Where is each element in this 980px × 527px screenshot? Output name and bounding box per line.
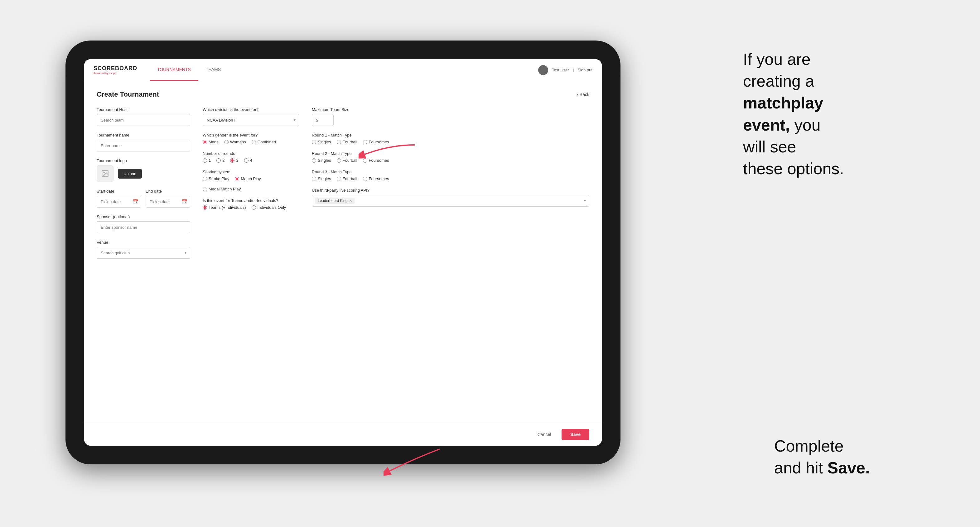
venue-label: Venue <box>97 240 190 244</box>
tablet-frame: SCOREBOARD Powered by clippt TOURNAMENTS… <box>65 41 620 464</box>
gender-mens-radio[interactable] <box>203 140 207 144</box>
scoring-stroke[interactable]: Stroke Play <box>203 176 229 181</box>
tournament-name-group: Tournament name <box>97 133 190 151</box>
scoring-medal[interactable]: Medal Match Play <box>203 187 241 191</box>
form-footer: Cancel Save <box>84 423 602 446</box>
sponsor-group: Sponsor (optional) <box>97 214 190 233</box>
svg-point-1 <box>103 172 105 173</box>
tab-teams[interactable]: TEAMS <box>198 59 228 81</box>
scoring-match-label: Match Play <box>241 176 261 181</box>
teams-radio[interactable] <box>203 205 207 210</box>
round2-fourball-radio[interactable] <box>337 158 341 163</box>
sign-out-link[interactable]: Sign out <box>578 68 592 72</box>
round3-fourball-label: Fourball <box>343 176 357 181</box>
tag-text: Leaderboard King <box>318 198 347 203</box>
dates-group: Start date 📅 End date <box>97 189 190 208</box>
max-team-size-group: Maximum Team Size <box>312 107 589 126</box>
max-team-size-input[interactable] <box>312 114 334 126</box>
tab-tournaments[interactable]: TOURNAMENTS <box>150 59 198 81</box>
leaderboard-king-tag: Leaderboard King ✕ <box>315 198 355 204</box>
cancel-button[interactable]: Cancel <box>531 429 557 440</box>
annotation-bottom-bold: Save. <box>827 459 870 477</box>
calendar-icon-end: 📅 <box>182 199 187 204</box>
gender-womens-radio[interactable] <box>224 140 229 144</box>
host-input[interactable] <box>97 114 190 126</box>
round2-match-type-label: Round 2 - Match Type <box>312 151 589 156</box>
round-3[interactable]: 3 <box>230 158 238 163</box>
division-select[interactable]: NCAA Division I NCAA Division II NCAA Di… <box>203 114 299 126</box>
individuals-radio[interactable] <box>251 205 256 210</box>
gender-combined-radio[interactable] <box>251 140 256 144</box>
round2-fourball[interactable]: Fourball <box>337 158 357 163</box>
scoring-match-radio[interactable] <box>235 177 239 181</box>
third-party-label: Use third-party live scoring API? <box>312 188 589 193</box>
scoring-radio-group: Stroke Play Match Play Medal Match Play <box>203 176 299 191</box>
logo-sub: Powered by clippt <box>94 72 137 75</box>
gender-mens[interactable]: Mens <box>203 140 219 144</box>
round3-foursomes-radio[interactable] <box>363 177 367 181</box>
round-1[interactable]: 1 <box>203 158 211 163</box>
round1-fourball-radio[interactable] <box>337 140 341 144</box>
rounds-label: Number of rounds <box>203 151 299 156</box>
save-button[interactable]: Save <box>562 429 589 440</box>
scoring-match[interactable]: Match Play <box>235 176 261 181</box>
round3-match-type-label: Round 3 - Match Type <box>312 170 589 174</box>
round3-fourball[interactable]: Fourball <box>337 176 357 181</box>
round-4-radio[interactable] <box>244 158 248 163</box>
round-3-radio[interactable] <box>230 158 234 163</box>
scoring-stroke-label: Stroke Play <box>208 176 229 181</box>
round3-fourball-radio[interactable] <box>337 177 341 181</box>
round1-singles-label: Singles <box>318 140 331 144</box>
teams-group: Is this event for Teams and/or Individua… <box>203 198 299 210</box>
individuals-option[interactable]: Individuals Only <box>251 205 286 210</box>
venue-input[interactable] <box>97 247 190 259</box>
third-party-group: Use third-party live scoring API? Leader… <box>312 188 589 206</box>
round1-fourball[interactable]: Fourball <box>337 140 357 144</box>
round2-singles[interactable]: Singles <box>312 158 331 163</box>
name-input[interactable] <box>97 140 190 151</box>
back-link[interactable]: ‹ Back <box>577 92 589 97</box>
gender-group: Which gender is the event for? Mens Wome… <box>203 133 299 144</box>
third-party-select[interactable]: Leaderboard King ✕ ▾ <box>312 195 589 206</box>
scoring-medal-radio[interactable] <box>203 187 207 191</box>
division-group: Which division is the event for? NCAA Di… <box>203 107 299 126</box>
tag-close-icon[interactable]: ✕ <box>349 199 352 203</box>
page-content: Create Tournament ‹ Back Tournament Host… <box>84 81 602 423</box>
name-label: Tournament name <box>97 133 190 137</box>
right-annotation: If you are creating a matchplayevent, yo… <box>743 48 961 179</box>
logo-placeholder <box>97 165 113 182</box>
round1-singles[interactable]: Singles <box>312 140 331 144</box>
gender-combined[interactable]: Combined <box>251 140 276 144</box>
teams-option[interactable]: Teams (+Individuals) <box>203 205 246 210</box>
host-label: Tournament Host <box>97 107 190 112</box>
round3-singles-radio[interactable] <box>312 177 316 181</box>
round-1-label: 1 <box>208 158 211 163</box>
end-date-group: End date 📅 <box>146 189 190 208</box>
division-label: Which division is the event for? <box>203 107 299 112</box>
round1-match-type-group: Round 1 - Match Type Singles Fourball <box>312 133 589 144</box>
end-date-wrapper: 📅 <box>146 196 190 208</box>
sponsor-input[interactable] <box>97 221 190 233</box>
calendar-icon: 📅 <box>133 199 138 204</box>
venue-group: Venue <box>97 240 190 259</box>
scoring-stroke-radio[interactable] <box>203 177 207 181</box>
round2-singles-radio[interactable] <box>312 158 316 163</box>
scoring-medal-label: Medal Match Play <box>208 187 241 191</box>
page-title: Create Tournament <box>97 90 159 98</box>
nav-right: Test User | Sign out <box>538 65 592 75</box>
round-2-radio[interactable] <box>216 158 221 163</box>
start-date-group: Start date 📅 <box>97 189 141 208</box>
round-1-radio[interactable] <box>203 158 207 163</box>
upload-button[interactable]: Upload <box>118 169 142 179</box>
form-col-middle: Which division is the event for? NCAA Di… <box>203 107 299 265</box>
gender-womens[interactable]: Womens <box>224 140 246 144</box>
round3-foursomes[interactable]: Foursomes <box>363 176 389 181</box>
tablet-screen: SCOREBOARD Powered by clippt TOURNAMENTS… <box>84 59 602 446</box>
rounds-radio-group: 1 2 3 <box>203 158 299 163</box>
form-columns: Tournament Host Tournament name Tourname… <box>97 107 589 265</box>
round-4[interactable]: 4 <box>244 158 252 163</box>
round3-match-type-group: Round 3 - Match Type Singles Fourball <box>312 170 589 181</box>
round1-singles-radio[interactable] <box>312 140 316 144</box>
round-2[interactable]: 2 <box>216 158 224 163</box>
round3-singles[interactable]: Singles <box>312 176 331 181</box>
